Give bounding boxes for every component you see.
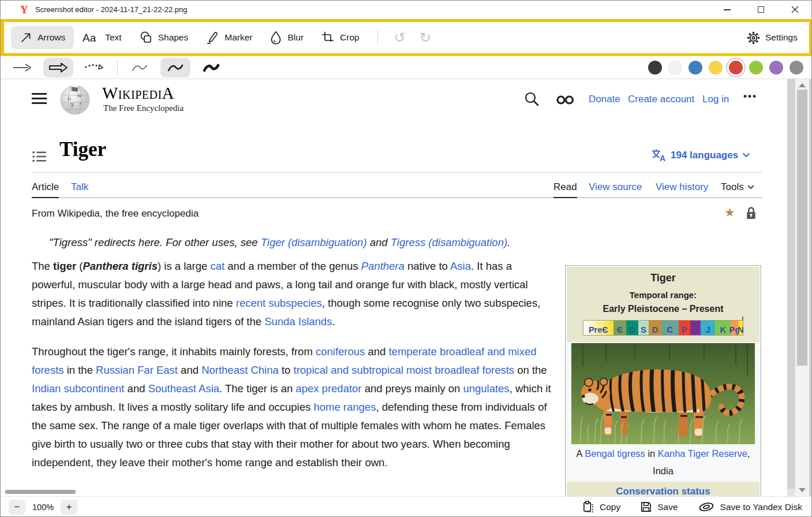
settings-button[interactable]: Settings: [747, 31, 798, 44]
timescale-period-link[interactable]: T: [693, 325, 698, 335]
tools-menu[interactable]: Tools: [721, 181, 754, 193]
timescale-period-link[interactable]: Є: [617, 325, 623, 335]
timescale-segment: J: [701, 321, 715, 335]
article-link[interactable]: Bengal tigress: [585, 448, 645, 459]
shapes-tool-button[interactable]: Shapes: [130, 25, 197, 50]
timescale-segment: T: [690, 321, 701, 335]
article-paragraph: The tiger (Panthera tigris) is a large c…: [32, 257, 552, 331]
color-swatch-purple[interactable]: [769, 61, 783, 75]
languages-label: 194 languages: [671, 150, 738, 161]
wikipedia-wordmark[interactable]: WikipediA: [102, 85, 174, 101]
blur-tool-button[interactable]: Blur: [261, 25, 312, 50]
color-swatch-black[interactable]: [648, 61, 662, 75]
taxobox: Tiger Temporal range: Early Pleistocene …: [565, 265, 761, 496]
color-swatch-blue[interactable]: [688, 61, 702, 75]
thin-arrow-style-button[interactable]: [8, 58, 38, 77]
copy-button[interactable]: Copy: [582, 500, 620, 514]
article-link[interactable]: apex predator: [295, 382, 361, 395]
bold-arrow-style-button[interactable]: [43, 58, 73, 77]
color-swatch-yellow[interactable]: [709, 61, 723, 75]
undo-button[interactable]: ↺: [394, 31, 406, 44]
timescale-segment: Є: [613, 321, 627, 335]
timescale-period-link[interactable]: N: [738, 325, 743, 335]
site-subtitle: From Wikipedia, the free encyclopedia: [32, 208, 199, 220]
hamburger-menu-icon[interactable]: [32, 93, 47, 104]
article-link[interactable]: home ranges: [313, 401, 376, 413]
timescale-period-link[interactable]: J: [706, 325, 710, 335]
conservation-status-header[interactable]: Conservation status: [567, 482, 759, 496]
minimize-button[interactable]: [714, 1, 740, 18]
timescale-period-link[interactable]: K: [720, 325, 725, 335]
save-button[interactable]: Save: [640, 501, 678, 513]
wikipedia-tagline: The Free Encyclopedia: [103, 103, 184, 113]
marker-tool-button[interactable]: Marker: [197, 25, 261, 50]
timescale-period-link[interactable]: PreЄ: [589, 325, 608, 335]
zoom-in-button[interactable]: +: [61, 500, 77, 515]
article-link[interactable]: ungulates: [463, 382, 509, 395]
search-icon[interactable]: [523, 91, 540, 107]
arrows-tool-button[interactable]: Arrows: [11, 26, 74, 49]
article-link[interactable]: coniferous: [316, 345, 365, 358]
color-swatch-white[interactable]: [668, 61, 682, 75]
timescale-period-link[interactable]: S: [641, 325, 646, 335]
redo-button[interactable]: ↻: [420, 31, 431, 44]
zoom-out-button[interactable]: −: [9, 500, 25, 515]
article-link[interactable]: cat: [211, 260, 225, 272]
article-link[interactable]: Panthera: [361, 260, 405, 272]
protected-page-lock-icon[interactable]: [745, 206, 757, 220]
login-link[interactable]: Log in: [702, 94, 729, 105]
contents-list-icon[interactable]: [32, 150, 47, 163]
article-link[interactable]: Sunda Islands: [264, 315, 332, 328]
crop-tool-button[interactable]: Crop: [312, 25, 368, 50]
more-options-icon[interactable]: •••: [743, 91, 757, 102]
horizontal-scrollbar-thumb[interactable]: [5, 490, 76, 494]
article-link[interactable]: Southeast Asia: [148, 382, 219, 395]
dotted-arrow-style-button[interactable]: [79, 58, 109, 77]
vertical-scrollbar-thumb[interactable]: [797, 90, 807, 366]
timescale-period-link[interactable]: C: [667, 325, 673, 335]
timescale-period-link[interactable]: O: [629, 325, 635, 335]
tiger-photo[interactable]: [571, 343, 755, 444]
timescale-period-link[interactable]: D: [652, 325, 658, 335]
medium-stroke-button[interactable]: [160, 58, 190, 77]
tab-view-history[interactable]: View history: [656, 181, 708, 193]
thick-stroke-button[interactable]: [196, 58, 226, 77]
featured-article-star-icon[interactable]: ★: [724, 206, 735, 220]
donate-link[interactable]: Donate: [589, 94, 620, 105]
article-link[interactable]: Tiger (disambiguation): [261, 236, 367, 248]
text-tool-button[interactable]: Aa Text: [74, 26, 130, 49]
thin-stroke-button[interactable]: [125, 58, 155, 77]
appearance-icon[interactable]: [556, 95, 577, 105]
article-link[interactable]: Tigress (disambiguation): [391, 236, 507, 248]
timescale-segment: C: [661, 321, 679, 335]
close-button[interactable]: [781, 1, 808, 18]
article-link[interactable]: Kanha Tiger Reserve: [658, 448, 747, 459]
article-link[interactable]: Indian subcontinent: [32, 382, 124, 395]
maximize-button[interactable]: [747, 1, 774, 18]
scroll-up-arrow-icon[interactable]: [799, 83, 806, 87]
article-link[interactable]: Russian Far East: [96, 364, 178, 376]
create-account-link[interactable]: Create account: [628, 94, 694, 105]
dotted-arrow-icon: [83, 60, 105, 75]
toolbar-highlight-frame: Arrows Aa Text Shapes Marker Blur Crop ↺…: [1, 19, 812, 56]
languages-button[interactable]: A 194 languages: [652, 148, 750, 162]
tab-read[interactable]: Read: [553, 181, 577, 193]
article-link[interactable]: tropical and subtropical moist broadleaf…: [294, 364, 515, 376]
vertical-scrollbar[interactable]: [795, 79, 809, 496]
color-swatch-red[interactable]: [729, 61, 743, 75]
article-link[interactable]: Asia: [450, 260, 471, 272]
article-link[interactable]: recent subspecies: [236, 297, 322, 309]
color-swatch-gray[interactable]: [789, 61, 803, 75]
timescale-segment: D: [649, 321, 661, 335]
save-to-yandex-disk-button[interactable]: Save to Yandex Disk: [698, 501, 802, 513]
tab-article[interactable]: Article: [32, 181, 59, 193]
svg-text:7: 7: [79, 102, 81, 107]
scroll-down-arrow-icon[interactable]: [799, 488, 806, 492]
tab-view-source[interactable]: View source: [589, 181, 642, 193]
wikipedia-screenshot: ΩW字7 WikipediA The Free Encyclopedia Don…: [1, 79, 787, 496]
color-swatch-green[interactable]: [749, 61, 763, 75]
article-paragraph: Throughout the tiger's range, it inhabit…: [32, 343, 552, 472]
tab-talk[interactable]: Talk: [71, 181, 88, 193]
article-link[interactable]: Northeast China: [201, 364, 279, 376]
timescale-period-link[interactable]: P: [682, 325, 687, 335]
